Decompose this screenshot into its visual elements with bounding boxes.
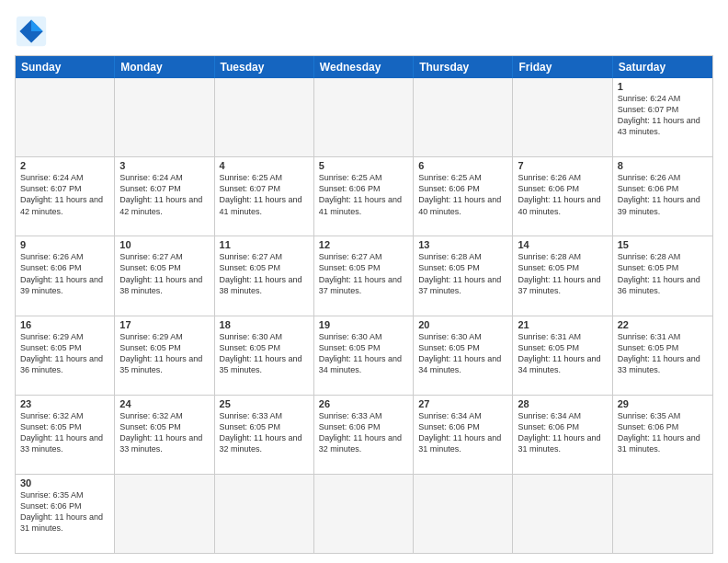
calendar-cell bbox=[314, 78, 414, 156]
calendar-cell bbox=[215, 475, 314, 553]
day-number: 14 bbox=[518, 239, 607, 250]
day-number: 9 bbox=[20, 239, 109, 250]
calendar-cell bbox=[513, 78, 612, 156]
header-day-monday: Monday bbox=[115, 56, 214, 78]
day-number: 4 bbox=[220, 160, 309, 171]
day-number: 28 bbox=[518, 398, 607, 409]
calendar-cell: 4Sunrise: 6:25 AM Sunset: 6:07 PM Daylig… bbox=[215, 157, 314, 236]
day-number: 3 bbox=[119, 160, 209, 171]
cell-info: Sunrise: 6:29 AM Sunset: 6:05 PM Dayligh… bbox=[119, 331, 209, 376]
header bbox=[15, 15, 713, 48]
day-number: 17 bbox=[119, 319, 209, 330]
calendar-cell: 3Sunrise: 6:24 AM Sunset: 6:07 PM Daylig… bbox=[115, 157, 214, 236]
calendar-cell: 30Sunrise: 6:35 AM Sunset: 6:06 PM Dayli… bbox=[16, 475, 115, 553]
calendar-cell: 16Sunrise: 6:29 AM Sunset: 6:05 PM Dayli… bbox=[16, 316, 115, 395]
header-day-wednesday: Wednesday bbox=[314, 56, 414, 78]
calendar-cell bbox=[16, 78, 115, 156]
cell-info: Sunrise: 6:24 AM Sunset: 6:07 PM Dayligh… bbox=[20, 172, 109, 217]
cell-info: Sunrise: 6:33 AM Sunset: 6:06 PM Dayligh… bbox=[319, 410, 408, 455]
calendar-header: SundayMondayTuesdayWednesdayThursdayFrid… bbox=[16, 56, 712, 78]
day-number: 23 bbox=[20, 398, 109, 409]
cell-info: Sunrise: 6:30 AM Sunset: 6:05 PM Dayligh… bbox=[319, 331, 408, 376]
day-number: 30 bbox=[20, 477, 109, 488]
calendar-cell: 28Sunrise: 6:34 AM Sunset: 6:06 PM Dayli… bbox=[513, 396, 612, 474]
cell-info: Sunrise: 6:35 AM Sunset: 6:06 PM Dayligh… bbox=[20, 489, 109, 534]
cell-info: Sunrise: 6:33 AM Sunset: 6:05 PM Dayligh… bbox=[220, 410, 309, 455]
calendar-cell: 10Sunrise: 6:27 AM Sunset: 6:05 PM Dayli… bbox=[115, 236, 214, 315]
calendar-cell bbox=[414, 475, 513, 553]
calendar-cell: 22Sunrise: 6:31 AM Sunset: 6:05 PM Dayli… bbox=[613, 316, 712, 395]
day-number: 27 bbox=[418, 398, 507, 409]
cell-info: Sunrise: 6:31 AM Sunset: 6:05 PM Dayligh… bbox=[618, 331, 708, 376]
header-day-thursday: Thursday bbox=[414, 56, 513, 78]
day-number: 8 bbox=[618, 160, 708, 171]
day-number: 21 bbox=[518, 319, 607, 330]
day-number: 22 bbox=[618, 319, 708, 330]
day-number: 29 bbox=[618, 398, 708, 409]
calendar-cell: 1Sunrise: 6:24 AM Sunset: 6:07 PM Daylig… bbox=[613, 78, 712, 156]
calendar-row-2: 9Sunrise: 6:26 AM Sunset: 6:06 PM Daylig… bbox=[16, 236, 712, 315]
day-number: 26 bbox=[319, 398, 408, 409]
cell-info: Sunrise: 6:29 AM Sunset: 6:05 PM Dayligh… bbox=[20, 331, 109, 376]
day-number: 20 bbox=[418, 319, 507, 330]
calendar-row-5: 30Sunrise: 6:35 AM Sunset: 6:06 PM Dayli… bbox=[16, 474, 712, 553]
cell-info: Sunrise: 6:27 AM Sunset: 6:05 PM Dayligh… bbox=[220, 251, 309, 296]
calendar-cell: 21Sunrise: 6:31 AM Sunset: 6:05 PM Dayli… bbox=[513, 316, 612, 395]
day-number: 24 bbox=[119, 398, 209, 409]
calendar-cell: 20Sunrise: 6:30 AM Sunset: 6:05 PM Dayli… bbox=[414, 316, 513, 395]
calendar-cell: 8Sunrise: 6:26 AM Sunset: 6:06 PM Daylig… bbox=[613, 157, 712, 236]
page: SundayMondayTuesdayWednesdayThursdayFrid… bbox=[0, 0, 728, 563]
cell-info: Sunrise: 6:26 AM Sunset: 6:06 PM Dayligh… bbox=[20, 251, 109, 296]
calendar-row-3: 16Sunrise: 6:29 AM Sunset: 6:05 PM Dayli… bbox=[16, 316, 712, 395]
calendar-cell: 2Sunrise: 6:24 AM Sunset: 6:07 PM Daylig… bbox=[16, 157, 115, 236]
calendar-cell: 5Sunrise: 6:25 AM Sunset: 6:06 PM Daylig… bbox=[314, 157, 414, 236]
calendar-cell: 23Sunrise: 6:32 AM Sunset: 6:05 PM Dayli… bbox=[16, 396, 115, 474]
cell-info: Sunrise: 6:34 AM Sunset: 6:06 PM Dayligh… bbox=[418, 410, 507, 455]
calendar-cell: 6Sunrise: 6:25 AM Sunset: 6:06 PM Daylig… bbox=[414, 157, 513, 236]
cell-info: Sunrise: 6:30 AM Sunset: 6:05 PM Dayligh… bbox=[220, 331, 309, 376]
calendar-cell: 13Sunrise: 6:28 AM Sunset: 6:05 PM Dayli… bbox=[414, 236, 513, 315]
calendar-cell: 12Sunrise: 6:27 AM Sunset: 6:05 PM Dayli… bbox=[314, 236, 414, 315]
calendar-row-4: 23Sunrise: 6:32 AM Sunset: 6:05 PM Dayli… bbox=[16, 395, 712, 474]
calendar-cell bbox=[115, 475, 214, 553]
calendar-cell: 24Sunrise: 6:32 AM Sunset: 6:05 PM Dayli… bbox=[115, 396, 214, 474]
cell-info: Sunrise: 6:32 AM Sunset: 6:05 PM Dayligh… bbox=[20, 410, 109, 455]
day-number: 7 bbox=[518, 160, 607, 171]
calendar-cell: 25Sunrise: 6:33 AM Sunset: 6:05 PM Dayli… bbox=[215, 396, 314, 474]
cell-info: Sunrise: 6:27 AM Sunset: 6:05 PM Dayligh… bbox=[319, 251, 408, 296]
calendar-cell: 19Sunrise: 6:30 AM Sunset: 6:05 PM Dayli… bbox=[314, 316, 414, 395]
calendar-row-0: 1Sunrise: 6:24 AM Sunset: 6:07 PM Daylig… bbox=[16, 78, 712, 156]
calendar-cell bbox=[115, 78, 214, 156]
calendar-cell bbox=[314, 475, 414, 553]
day-number: 16 bbox=[20, 319, 109, 330]
cell-info: Sunrise: 6:31 AM Sunset: 6:05 PM Dayligh… bbox=[518, 331, 607, 376]
day-number: 1 bbox=[618, 81, 708, 92]
cell-info: Sunrise: 6:35 AM Sunset: 6:06 PM Dayligh… bbox=[618, 410, 708, 455]
cell-info: Sunrise: 6:30 AM Sunset: 6:05 PM Dayligh… bbox=[418, 331, 507, 376]
day-number: 11 bbox=[220, 239, 309, 250]
day-number: 6 bbox=[418, 160, 507, 171]
cell-info: Sunrise: 6:25 AM Sunset: 6:06 PM Dayligh… bbox=[418, 172, 507, 217]
cell-info: Sunrise: 6:24 AM Sunset: 6:07 PM Dayligh… bbox=[618, 93, 708, 138]
calendar-cell: 29Sunrise: 6:35 AM Sunset: 6:06 PM Dayli… bbox=[613, 396, 712, 474]
day-number: 18 bbox=[220, 319, 309, 330]
cell-info: Sunrise: 6:28 AM Sunset: 6:05 PM Dayligh… bbox=[618, 251, 708, 296]
cell-info: Sunrise: 6:24 AM Sunset: 6:07 PM Dayligh… bbox=[119, 172, 209, 217]
cell-info: Sunrise: 6:27 AM Sunset: 6:05 PM Dayligh… bbox=[119, 251, 209, 296]
cell-info: Sunrise: 6:28 AM Sunset: 6:05 PM Dayligh… bbox=[518, 251, 607, 296]
calendar-cell: 7Sunrise: 6:26 AM Sunset: 6:06 PM Daylig… bbox=[513, 157, 612, 236]
calendar-cell bbox=[613, 475, 712, 553]
calendar-cell: 11Sunrise: 6:27 AM Sunset: 6:05 PM Dayli… bbox=[215, 236, 314, 315]
calendar-cell: 17Sunrise: 6:29 AM Sunset: 6:05 PM Dayli… bbox=[115, 316, 214, 395]
header-day-sunday: Sunday bbox=[16, 56, 115, 78]
day-number: 12 bbox=[319, 239, 408, 250]
calendar-row-1: 2Sunrise: 6:24 AM Sunset: 6:07 PM Daylig… bbox=[16, 156, 712, 236]
calendar-body: 1Sunrise: 6:24 AM Sunset: 6:07 PM Daylig… bbox=[16, 78, 712, 553]
cell-info: Sunrise: 6:25 AM Sunset: 6:06 PM Dayligh… bbox=[319, 172, 408, 217]
day-number: 13 bbox=[418, 239, 507, 250]
logo bbox=[15, 15, 51, 48]
calendar-cell: 26Sunrise: 6:33 AM Sunset: 6:06 PM Dayli… bbox=[314, 396, 414, 474]
day-number: 10 bbox=[119, 239, 209, 250]
header-day-tuesday: Tuesday bbox=[215, 56, 314, 78]
cell-info: Sunrise: 6:26 AM Sunset: 6:06 PM Dayligh… bbox=[518, 172, 607, 217]
